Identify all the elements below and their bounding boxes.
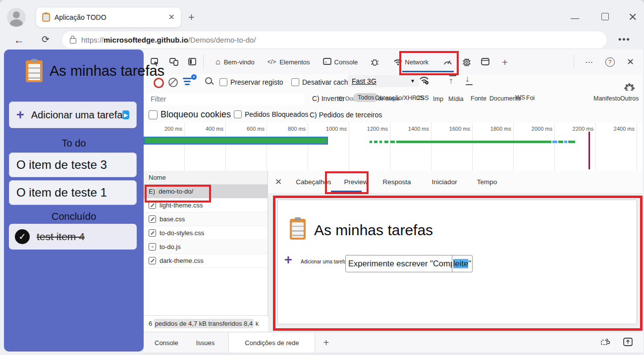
preview-clipboard-icon — [290, 219, 306, 240]
filter-pill-css[interactable]: CSS — [416, 95, 429, 101]
filter-pill-manifest[interactable]: Manifesto — [593, 95, 620, 102]
done-item[interactable]: ✓ test item 4 — [9, 224, 137, 250]
cup-icon[interactable] — [600, 338, 610, 348]
blocked-cookies-label: Bloqueou cookies — [161, 109, 231, 120]
record-icon[interactable] — [154, 78, 164, 88]
avatar-body-shape — [10, 19, 23, 27]
css-file-icon — [149, 215, 156, 223]
home-icon: ⌂ — [215, 57, 220, 66]
device-emulation-icon[interactable] — [169, 58, 177, 66]
browser-tab[interactable]: Aplicação TODO ✕ — [36, 7, 181, 28]
dock-side-icon[interactable] — [188, 58, 196, 66]
todo-heading: To do — [4, 138, 144, 149]
request-row[interactable]: ‹› to-do.js — [144, 240, 268, 254]
close-detail-icon[interactable]: ✕ — [275, 177, 282, 187]
tab-timing[interactable]: Tempo — [477, 178, 497, 186]
tab-preview[interactable]: Preview — [344, 178, 368, 186]
request-row[interactable]: light-theme.css — [144, 199, 268, 212]
done-heading: Concluído — [4, 211, 144, 222]
tab-headers[interactable]: Cabeçalhos — [296, 178, 331, 186]
third-party-option[interactable]: C) Pedidos de terceiros — [310, 111, 382, 119]
close-window-button[interactable]: ✕ — [628, 12, 637, 23]
filter-pill-ws[interactable]: WS — [515, 94, 525, 101]
tab-memory[interactable] — [462, 58, 470, 66]
request-row[interactable]: to-do-styles.css — [144, 226, 268, 240]
request-row-selected[interactable]: E) demo-to-do/ — [144, 185, 268, 199]
tick-label: 2000 ms — [526, 126, 552, 132]
todo-favicon — [42, 13, 50, 22]
filter-pill-media[interactable]: Mídia — [448, 96, 464, 102]
new-tab-button[interactable]: + — [188, 12, 195, 23]
browser-menu-icon[interactable]: ••• — [618, 35, 631, 45]
preview-add-label: Adicionar uma tarefa — [301, 259, 346, 264]
drawer-tab-issues[interactable]: Issues — [196, 339, 215, 347]
filter-input[interactable] — [147, 93, 304, 105]
back-icon[interactable]: ← — [14, 35, 24, 45]
filter-toggle-icon[interactable]: ✕ — [183, 76, 196, 88]
search-icon[interactable] — [205, 77, 212, 84]
filter-badge-x: ✕ — [191, 74, 197, 80]
tick-label: 2200 ms — [567, 126, 593, 132]
tab-response[interactable]: Resposta — [383, 178, 411, 186]
load-event-line — [589, 132, 590, 169]
focus-arrow-icon: ▶ — [122, 110, 129, 119]
tab-welcome[interactable]: ⌂ Bem-vindo — [215, 57, 255, 66]
clear-icon[interactable] — [168, 78, 178, 87]
avatar-head-shape — [13, 11, 20, 18]
address-bar[interactable]: https://microsoftedge.github.io/Demos/de… — [62, 31, 607, 49]
request-row[interactable]: base.css — [144, 212, 268, 226]
network-status-bar: 6 pedidos de 4,7 kB transferidos 8,4 k — [144, 315, 273, 331]
preview-task-input[interactable]: Experimente escrever "Comprar — [345, 255, 456, 272]
more-tabs-button[interactable]: + — [502, 57, 508, 67]
blocked-requests-label: Pedidos Bloqueados — [245, 110, 308, 118]
tab-initiator[interactable]: Iniciador — [432, 178, 457, 186]
tick-label: 2400 ms — [608, 126, 635, 132]
drawer-tab-network-conditions[interactable]: Condições de rede — [228, 333, 315, 353]
filter-pill-font[interactable]: Fonte — [471, 95, 486, 102]
tab-debugger[interactable] — [371, 58, 378, 66]
gauge-icon — [443, 58, 451, 66]
preview-plus-icon[interactable]: + — [284, 253, 292, 268]
browser-window: Aplicação TODO ✕ + — ✕ ← ⟳ https://micro… — [0, 0, 644, 355]
url-text: https://microsoftedge.github.io/Demos/de… — [81, 36, 256, 44]
maximize-button[interactable] — [601, 13, 609, 20]
request-row[interactable]: dark-theme.css — [144, 254, 268, 268]
app-clipboard-icon — [26, 60, 43, 82]
todo-item[interactable]: O item de teste 3 — [9, 152, 137, 177]
drawer-tab-console[interactable]: Console — [155, 339, 178, 347]
help-icon[interactable]: ? — [605, 57, 615, 67]
devtools-menu-icon[interactable]: ⋯ — [585, 57, 593, 67]
refresh-icon[interactable]: ⟳ — [42, 35, 50, 44]
filter-pill-wasm[interactable]: Foi — [526, 95, 535, 101]
filter-pill-other[interactable]: Outros — [620, 95, 639, 102]
tab-performance[interactable] — [443, 58, 451, 66]
import-har-icon[interactable]: ↑ — [448, 75, 458, 86]
network-conditions-icon[interactable] — [419, 75, 430, 87]
todo-item[interactable]: O item de teste 1 — [9, 180, 137, 205]
export-har-icon[interactable]: ↓ — [465, 75, 475, 86]
network-overview-timeline[interactable]: 200 ms 400 ms 600 ms 800 ms 1000 ms 1200… — [144, 123, 642, 171]
blocked-cookies-checkbox[interactable] — [149, 110, 158, 119]
close-tab-icon[interactable]: ✕ — [168, 13, 175, 21]
minimize-button[interactable]: — — [571, 14, 579, 22]
drawer-add-tab-button[interactable]: + — [323, 338, 329, 348]
css-file-icon — [149, 257, 156, 264]
tab-network[interactable]: Network — [393, 58, 429, 66]
profile-avatar[interactable] — [7, 8, 26, 27]
disable-cache-checkbox[interactable] — [291, 78, 299, 86]
request-table-header[interactable]: Nome — [144, 171, 268, 185]
close-devtools-icon[interactable]: ✕ — [627, 56, 634, 67]
tick-label: 600 ms — [238, 126, 265, 132]
tick-label: 1600 ms — [443, 126, 470, 132]
tab-application[interactable] — [481, 58, 489, 66]
tab-console[interactable]: >_ Console — [323, 58, 358, 66]
filter-pill-img[interactable]: Imp — [433, 96, 443, 102]
add-task-button[interactable]: + Adicionar uma tarefa ▶ — [9, 101, 137, 128]
blocked-requests-checkbox[interactable] — [234, 110, 242, 118]
throttling-select[interactable]: Fast 3G ▼ — [348, 75, 419, 87]
tab-elements[interactable]: </> Elementos — [268, 58, 310, 66]
open-panel-icon[interactable] — [623, 338, 633, 348]
preserve-log-checkbox[interactable] — [219, 78, 227, 86]
disable-cache-label: Desativar cache — [302, 78, 352, 86]
preview-task-input-overflow[interactable]: leite" — [452, 255, 473, 272]
